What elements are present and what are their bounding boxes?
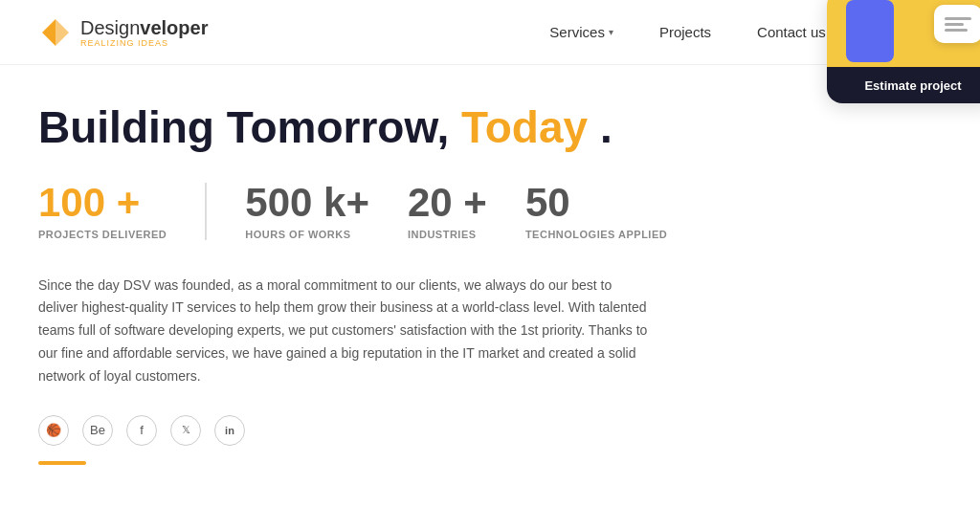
stat-projects-number: 100 + [38,183,167,223]
logo-name: Designveloper [80,17,208,38]
social-dribbble[interactable]: 🏀 [38,415,69,446]
estimate-project-wrapper: Estimate project [808,0,980,124]
svg-marker-1 [56,19,69,46]
logo[interactable]: Designveloper REALIZING IDEAS [38,15,208,50]
logo-tagline: REALIZING IDEAS [80,38,208,48]
bottom-accent-line [38,461,86,465]
stat-industries: 20 + INDUSTRIES [408,183,525,240]
social-linkedin[interactable]: in [214,415,245,446]
stat-technologies-number: 50 [525,183,667,223]
chat-bubble-icon [934,5,980,43]
estimate-card[interactable]: Estimate project [827,0,980,103]
stat-technologies: 50 TECHNOLOGIES APPLIED [525,183,705,240]
phone-icon [846,0,894,62]
social-facebook[interactable]: f [126,415,157,446]
hero-title-highlight: Today [461,102,588,152]
stat-hours-number: 500 k+ [245,183,369,223]
stat-technologies-label: TECHNOLOGIES APPLIED [525,229,667,240]
estimate-label: Estimate project [864,78,961,93]
stat-hours: 500 k+ HOURS OF WORKS [245,183,408,240]
stat-hours-label: HOURS OF WORKS [245,229,369,240]
estimate-card-bottom: Estimate project [827,67,980,103]
nav-item-projects[interactable]: Projects [659,24,711,40]
chevron-down-icon: ▾ [609,27,613,37]
logo-icon [38,15,73,50]
hero-title-dot: . [600,102,612,152]
stat-projects-label: PROJECTS DELIVERED [38,229,167,240]
stat-industries-label: INDUSTRIES [408,229,487,240]
description-text: Since the day DSV was founded, as a mora… [38,275,651,388]
social-row: 🏀 Be f 𝕏 in [38,415,942,446]
stat-projects: 100 + PROJECTS DELIVERED [38,183,207,240]
social-twitter[interactable]: 𝕏 [170,415,201,446]
social-behance[interactable]: Be [82,415,113,446]
estimate-card-visual [827,0,980,67]
stat-industries-number: 20 + [408,183,487,223]
hero-title: Building Tomorrow, Today . [38,103,942,152]
stats-row: 100 + PROJECTS DELIVERED 500 k+ HOURS OF… [38,183,942,240]
svg-marker-0 [42,19,56,46]
nav-item-services[interactable]: Services ▾ [549,24,613,40]
